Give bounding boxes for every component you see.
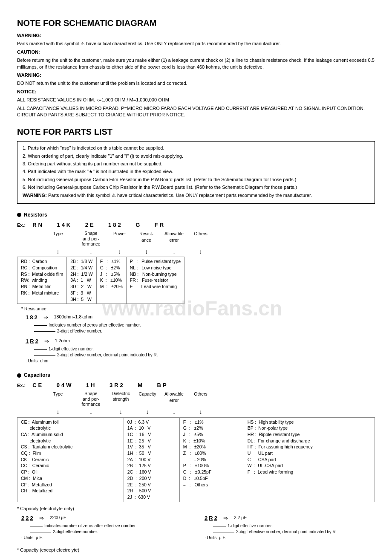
d-note-line: Indicates number of zeros after effectiv… — [30, 523, 192, 529]
d-result: 2200 μF — [50, 515, 66, 521]
table-row: M : ±20% — [100, 283, 123, 290]
resistance-star: * Resistance — [21, 306, 375, 312]
d-arrow: ⇒ — [223, 515, 228, 522]
cap-error-col: F : ±1% G : ±2% J : ±5% K : ±10% M : ±20… — [179, 417, 244, 502]
d-note-line: 1-digit effective number. — [34, 346, 375, 352]
table-row: F : Lead wire forming — [130, 283, 181, 290]
capacitors-header: Capacitors — [17, 372, 375, 379]
resistors-label: Resistors — [24, 211, 47, 219]
col-header-others: Others — [188, 231, 213, 247]
table-row: RW: winding — [21, 277, 63, 283]
table-row: 2J : 630 V — [127, 494, 176, 500]
d-char: R — [209, 515, 213, 522]
col-header-type: Type — [41, 231, 75, 247]
res-power-col: 2B : 1/8 W 2E : 1/4 W 2H : 1/2 W 3A : 1 … — [67, 257, 97, 304]
cap-type-col: CE : Aluminum foil electrolytic CA : Alu… — [17, 417, 124, 502]
table-row: = : Others — [183, 482, 240, 488]
table-row: W : UL-CSA part — [248, 462, 371, 469]
cap-left-diagram: 2 2 2 ⇒ 2200 μF Indicates number of zero… — [17, 514, 192, 543]
table-row: P : +100% — [183, 462, 240, 469]
table-row: CP : Oil — [21, 469, 120, 475]
warning2-text: DO NOT return the unit to the customer u… — [17, 80, 375, 87]
table-row: 2D : 200 V — [127, 475, 176, 482]
d-char: 1 — [26, 338, 29, 345]
list-item-warning: WARNING: Parts marked with this symbol ⚠… — [23, 192, 369, 199]
table-row: FR : Fuse-resistor — [130, 277, 181, 283]
parts-list-title: NOTE FOR PARTS LIST — [17, 126, 375, 138]
table-row: DL : For change and discharge — [248, 438, 371, 444]
table-row: 2H : 500 V — [127, 488, 176, 494]
table-row: CS : Tantalum electrolytic — [21, 444, 120, 450]
table-row: RC : Composition — [21, 265, 63, 271]
table-row: 2B : 1/8 W — [70, 258, 93, 265]
notice-text2: ALL CAPACITANCE VALUES IN MICRO FARAD. P… — [17, 105, 375, 119]
table-row: 3F : 3 W — [70, 290, 93, 296]
capacitors-section: Capacitors Ex.: CE 04W 1H 3R2 M BP Type … — [17, 372, 375, 555]
cap-right-diagram: 2 R 2 ⇒ 2.2 μF 1-digit effective number. — [200, 514, 375, 543]
d-char: R — [30, 338, 34, 345]
units-note: · Units: μ F. — [21, 535, 192, 541]
col-header-shape: Shapeand per-formance — [75, 231, 107, 247]
table-row: 1C : 16 V — [127, 431, 176, 438]
notice-label: NOTICE: — [17, 89, 36, 94]
list-item: 6. Not including General-purpose Carbon … — [23, 184, 369, 191]
cap-star2: * Capacity (except electrolyte) — [17, 547, 375, 553]
cap-voltage-col: 0J : 6.3 V 1A : 10 V 1C : 16 V 1E : 25 V… — [124, 417, 179, 502]
table-row: G : ±2% — [183, 425, 240, 431]
table-row: K : ±10% — [183, 438, 240, 444]
list-item: 2. When ordering of part, clearly indica… — [23, 153, 369, 159]
table-row: RK : Metal mixture — [21, 290, 63, 296]
cap-col-dielectric: Dielectricstrength — [107, 391, 135, 407]
parts-list-section: NOTE FOR PARTS LIST 1. Parts for which "… — [17, 126, 375, 204]
d-result: 1800ohm=1.8kohm — [54, 314, 92, 320]
note-text: 1-digit effective number. — [49, 346, 94, 352]
cap-col-capacity: Capacity — [135, 391, 160, 407]
d-arrow: ⇒ — [44, 338, 49, 345]
cap-col-allowable: Allowableerror — [160, 391, 188, 407]
note-text: Indicates number of zeros after effectiv… — [49, 322, 141, 328]
table-row: HR : Ripple-resistant type — [248, 431, 371, 438]
table-row: RN : Metal film — [21, 283, 63, 290]
table-row: 3D : 2 W — [70, 283, 93, 290]
resistors-header: Resistors — [17, 211, 375, 219]
schematic-section: NOTE FOR SCHEMATIC DIAGRAM WARNING: Part… — [17, 17, 375, 118]
capacitors-label: Capacitors — [24, 372, 50, 379]
note-text: Indicates number of zeros after effectiv… — [44, 523, 137, 529]
d-note-line: 2-digit effective number. — [30, 529, 192, 535]
cap-star: * Capacity (electrolyte only) — [17, 506, 375, 512]
note-text: 2-digit effective number. — [57, 328, 102, 334]
table-row: 2E : 250 V — [127, 482, 176, 488]
table-row: K : ±10% — [100, 277, 123, 283]
table-row: 2B : 125 V — [127, 462, 176, 469]
d-char: 8 — [30, 314, 33, 321]
table-row: CK : Ceramic — [21, 457, 120, 463]
d-arrow: ⇒ — [39, 515, 44, 522]
bullet-icon — [17, 213, 21, 217]
d-char: 2 — [21, 515, 24, 522]
res-error-col: F : ±1% G : ±2% J : ±5% K : ±10% M : ±20… — [96, 257, 126, 304]
table-row: CF : Metallized — [21, 482, 120, 488]
table-row: RS : Metal oxide film — [21, 271, 63, 278]
res-codes: RN 14K 2E 182 G FR — [32, 221, 165, 229]
resistors-section: Resistors Ex.: RN 14K 2E 182 G FR Type S… — [17, 211, 375, 364]
table-row: F : Lead wire forming — [248, 469, 371, 475]
d-note-line: 1-digit effective number. — [213, 523, 375, 529]
units-note: · Units: μ F. — [205, 535, 375, 541]
d-note-line: 2-digit effective number. — [34, 328, 375, 334]
table-row: CM : Mica — [21, 475, 120, 482]
d-char: 2 — [26, 515, 29, 522]
warning1-text: Parts marked with this symbol ⚠ have cri… — [17, 40, 375, 47]
note-text: 2-digit effective number, decimal point … — [236, 529, 336, 535]
resistance-diagram: * Resistance 1 8 2 ⇒ 1800ohm=1.8kohm Ind… — [21, 306, 375, 364]
table-row: F : ±1% — [100, 258, 123, 265]
res-others-col: P : Pulse-resistant type NL : Low noise … — [126, 257, 184, 304]
d-char: 2 — [35, 338, 38, 345]
bullet-icon — [17, 373, 21, 378]
d-char: 1 — [26, 314, 29, 321]
table-row: HS : High stability type — [248, 419, 371, 425]
table-row: D : ±0.5pF — [183, 475, 240, 482]
table-row: 2A : 100 V — [127, 457, 176, 463]
cap-codes: CE 04W 1H 3R2 M BP — [32, 382, 168, 389]
d-result: 2.2 μF — [234, 515, 247, 521]
res-type-col: RD : Carbon RC : Composition RS : Metal … — [17, 257, 67, 304]
